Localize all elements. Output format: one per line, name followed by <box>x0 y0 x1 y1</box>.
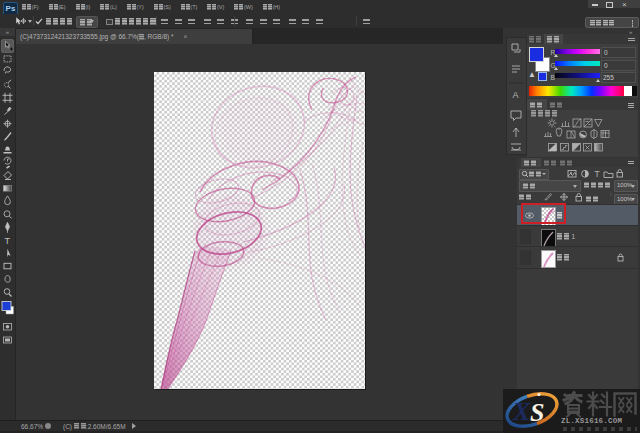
svg-text:T: T <box>595 169 600 179</box>
svg-text:X: X <box>512 397 531 426</box>
svg-text:T: T <box>5 236 11 246</box>
svg-text:A: A <box>513 90 519 100</box>
svg-text:S: S <box>530 398 544 427</box>
